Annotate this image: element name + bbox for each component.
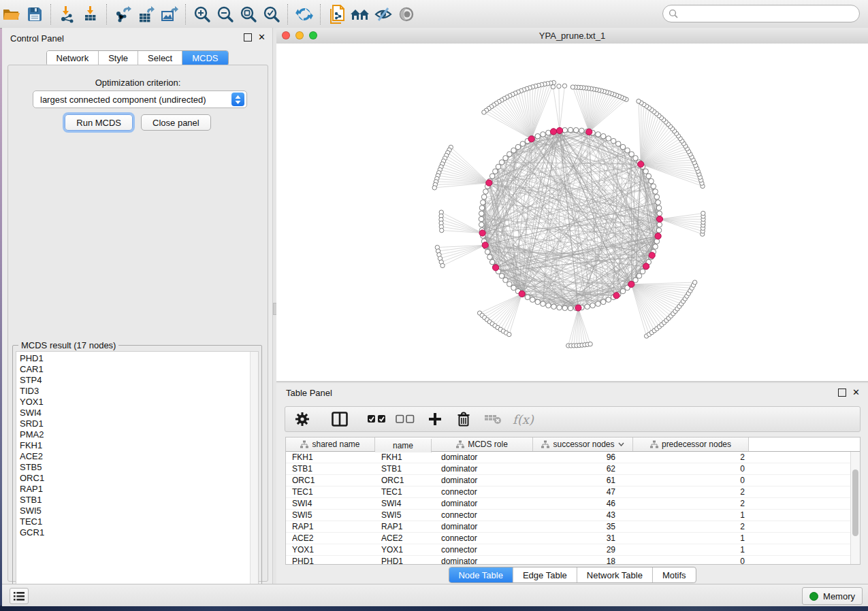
column-header-mcds-role[interactable]: MCDS role	[432, 437, 533, 451]
column-header-shared-name[interactable]: shared name	[286, 437, 375, 451]
table-cell[interactable]: connector	[432, 533, 533, 544]
table-cell[interactable]: RAP1	[375, 521, 432, 532]
table-cell[interactable]: ORC1	[375, 475, 432, 486]
memory-button[interactable]: Memory	[802, 587, 863, 605]
list-item[interactable]: SWI5	[16, 506, 250, 516]
hide-graphics-details-button[interactable]	[372, 3, 395, 25]
table-cell[interactable]: TEC1	[286, 486, 375, 497]
table-row[interactable]: ACE2ACE2connector311	[286, 533, 851, 544]
list-item[interactable]: RAP1	[16, 484, 250, 495]
table-row[interactable]: SWI4SWI4dominator462	[286, 498, 851, 510]
list-item[interactable]: STB5	[16, 462, 250, 473]
column-header-successor-nodes[interactable]: successor nodes	[533, 437, 633, 451]
zoom-fit-button[interactable]	[237, 3, 260, 25]
table-cell[interactable]: 31	[533, 533, 633, 544]
function-builder-button[interactable]: f(x)	[511, 412, 534, 427]
table-cell[interactable]: dominator	[432, 521, 533, 532]
table-cell[interactable]: 61	[533, 475, 633, 486]
add-column-button[interactable]	[428, 410, 442, 428]
node-table[interactable]: shared name name MCDS role successor nod…	[285, 437, 861, 565]
zoom-selected-button[interactable]	[260, 3, 283, 25]
table-row[interactable]: PHD1PHD1dominator180	[286, 556, 851, 565]
list-item[interactable]: SWI4	[16, 408, 250, 418]
table-cell[interactable]: YOX1	[375, 544, 432, 555]
list-item[interactable]: YOX1	[16, 397, 250, 408]
save-session-button[interactable]	[23, 3, 46, 25]
list-item[interactable]: PMA2	[16, 429, 250, 440]
table-cell[interactable]: 43	[533, 510, 633, 521]
table-cell[interactable]: SWI4	[375, 498, 432, 509]
list-item[interactable]: GCR1	[16, 527, 250, 538]
houses-button[interactable]	[349, 3, 372, 25]
table-cell[interactable]: SWI5	[375, 510, 432, 521]
table-cell[interactable]: ACE2	[286, 533, 375, 544]
table-cell[interactable]: FKH1	[375, 452, 432, 463]
table-cell[interactable]: ACE2	[375, 533, 432, 544]
table-cell[interactable]: 47	[533, 486, 633, 497]
table-cell[interactable]: dominator	[432, 452, 533, 463]
table-cell[interactable]: 0	[633, 463, 749, 474]
network-view[interactable]	[276, 44, 868, 381]
tab-motifs[interactable]: Motifs	[653, 567, 696, 582]
table-scrollbar[interactable]	[850, 452, 860, 564]
table-cell[interactable]: STB1	[375, 463, 432, 474]
table-row[interactable]: YOX1YOX1connector291	[286, 544, 851, 556]
export-image-button[interactable]	[158, 3, 181, 25]
table-cell[interactable]: 0	[633, 556, 749, 565]
list-item[interactable]: STB1	[16, 495, 250, 506]
table-cell[interactable]: dominator	[432, 498, 533, 509]
table-cell[interactable]: RAP1	[286, 521, 375, 532]
table-cell[interactable]: 35	[533, 521, 633, 532]
select-all-button[interactable]	[367, 410, 386, 428]
table-row[interactable]: ORC1ORC1dominator610	[286, 475, 851, 486]
tab-mcds[interactable]: MCDS	[182, 51, 227, 65]
task-history-button[interactable]	[10, 588, 29, 604]
search-field[interactable]	[662, 5, 860, 22]
mcds-list-scrollbar[interactable]	[250, 352, 258, 595]
table-cell[interactable]: 18	[533, 556, 633, 565]
table-cell[interactable]: 62	[533, 463, 633, 474]
table-cell[interactable]: 2	[633, 486, 749, 497]
show-graphics-details-button[interactable]	[395, 3, 418, 25]
network-from-document-button[interactable]	[325, 3, 349, 25]
table-cell[interactable]: TEC1	[375, 486, 432, 497]
table-cell[interactable]: 1	[633, 510, 749, 521]
list-item[interactable]: SRD1	[16, 418, 250, 429]
export-table-button[interactable]	[135, 3, 158, 25]
table-cell[interactable]: 1	[633, 533, 749, 544]
run-mcds-button[interactable]: Run MCDS	[65, 114, 133, 131]
table-cell[interactable]: 1	[633, 544, 749, 555]
column-header-predecessor-nodes[interactable]: predecessor nodes	[633, 437, 749, 451]
close-table-panel-icon[interactable]: ✕	[852, 389, 860, 396]
table-scrollbar-thumb[interactable]	[852, 469, 858, 536]
table-cell[interactable]: dominator	[432, 463, 533, 474]
table-cell[interactable]: 46	[533, 498, 633, 509]
table-cell[interactable]: PHD1	[286, 556, 375, 565]
table-cell[interactable]: YOX1	[286, 544, 375, 555]
tab-node-table[interactable]: Node Table	[449, 567, 513, 582]
zoom-in-button[interactable]	[191, 3, 214, 25]
table-cell[interactable]: 2	[633, 452, 749, 463]
list-item[interactable]: ORC1	[16, 473, 250, 484]
table-cell[interactable]: 2	[633, 498, 749, 509]
list-item[interactable]: CAR1	[16, 364, 250, 375]
export-network-button[interactable]	[112, 3, 135, 25]
table-row[interactable]: FKH1FKH1dominator962	[286, 452, 851, 463]
table-cell[interactable]: 0	[633, 475, 749, 486]
list-item[interactable]: TID3	[16, 386, 250, 397]
table-cell[interactable]: connector	[432, 486, 533, 497]
table-row[interactable]: STB1STB1dominator620	[286, 463, 851, 475]
open-session-button[interactable]	[0, 3, 23, 25]
refresh-layout-button[interactable]	[293, 3, 316, 25]
list-item[interactable]: PHD1	[16, 353, 250, 364]
mcds-result-list[interactable]: PHD1CAR1STP4TID3YOX1SWI4SRD1PMA2FKH1ACE2…	[16, 351, 259, 596]
table-cell[interactable]: PHD1	[375, 556, 432, 565]
float-table-panel-icon[interactable]	[838, 389, 846, 397]
table-cell[interactable]: connector	[432, 544, 533, 555]
deselect-all-button[interactable]	[396, 410, 415, 428]
list-item[interactable]: STP4	[16, 375, 250, 386]
column-header-name[interactable]: name	[375, 439, 432, 452]
table-cell[interactable]: dominator	[432, 475, 533, 486]
table-cell[interactable]: FKH1	[286, 452, 375, 463]
table-cell[interactable]: dominator	[432, 556, 533, 565]
